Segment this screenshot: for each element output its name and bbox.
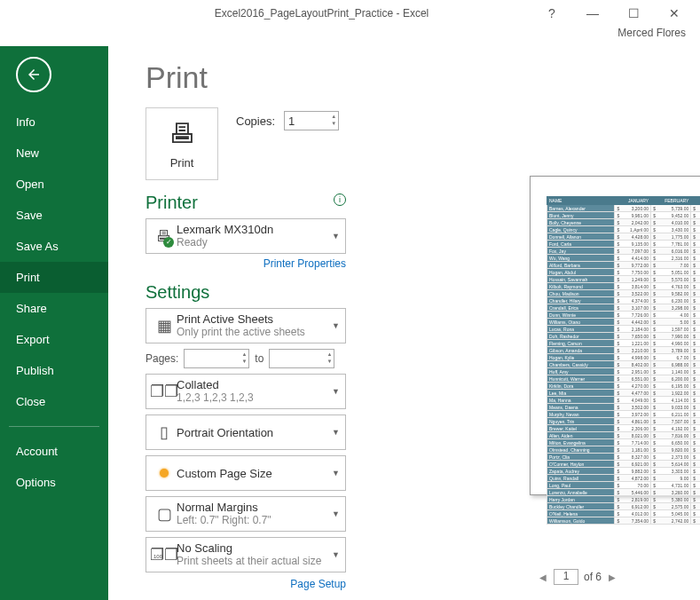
chevron-down-icon[interactable]: ▼ bbox=[331, 120, 336, 127]
next-page-button[interactable]: ▶ bbox=[607, 572, 617, 582]
close-icon[interactable]: ✕ bbox=[654, 1, 695, 26]
printer-properties-link[interactable]: Printer Properties bbox=[146, 257, 346, 270]
nav-open[interactable]: Open bbox=[0, 169, 108, 200]
nav-options[interactable]: Options bbox=[0, 467, 108, 498]
nav-share[interactable]: Share bbox=[0, 293, 108, 324]
printer-ready-icon: 🖶✓ bbox=[156, 227, 172, 246]
settings-section-header: Settings bbox=[146, 282, 351, 303]
backstage-sidebar: Info New Open Save Save As Print Share E… bbox=[0, 46, 108, 600]
printer-info-icon[interactable]: i bbox=[334, 193, 346, 206]
printer-name: Lexmark MX310dn bbox=[177, 223, 332, 236]
scaling-sub: Print sheets at their actual size bbox=[177, 555, 332, 568]
chevron-down-icon: ▼ bbox=[332, 550, 340, 559]
orientation-label: Portrait Orientation bbox=[177, 426, 332, 439]
chevron-down-icon: ▼ bbox=[332, 469, 340, 478]
back-button[interactable] bbox=[16, 57, 51, 92]
print-what-selector[interactable]: ▦ Print Active Sheets Only print the act… bbox=[146, 308, 346, 343]
print-button[interactable]: 🖶 Print bbox=[146, 107, 218, 180]
user-name[interactable]: Merced Flores bbox=[0, 27, 700, 46]
chevron-up-icon[interactable]: ▲ bbox=[331, 113, 336, 120]
maximize-icon[interactable]: ☐ bbox=[613, 1, 654, 26]
collation-label: Collated bbox=[177, 378, 332, 391]
pages-label: Pages: bbox=[146, 352, 178, 365]
prev-page-button[interactable]: ◀ bbox=[538, 572, 548, 582]
printer-selector[interactable]: 🖶✓ Lexmark MX310dn Ready ▼ bbox=[146, 218, 346, 254]
printer-status-text: Ready bbox=[177, 236, 332, 249]
nav-save[interactable]: Save bbox=[0, 200, 108, 231]
copies-label: Copies: bbox=[236, 114, 275, 128]
titlebar: Excel2016_PageLayoutPrint_Practice - Exc… bbox=[0, 0, 700, 27]
minimize-icon[interactable]: — bbox=[572, 1, 613, 26]
print-preview: NAMEJANUARYFEBRUARYMARCHAPRILBarnes, Ale… bbox=[502, 54, 700, 564]
page-total: of 6 bbox=[584, 571, 602, 583]
copies-stepper[interactable]: 1 ▲▼ bbox=[284, 111, 339, 130]
chevron-down-icon: ▼ bbox=[332, 428, 340, 437]
margins-icon: ▢ bbox=[152, 504, 177, 524]
nav-new[interactable]: New bbox=[0, 138, 108, 169]
print-button-label: Print bbox=[170, 156, 194, 170]
pages-from-stepper[interactable]: ▲▼ bbox=[184, 349, 249, 368]
scaling-label: No Scaling bbox=[177, 541, 332, 555]
margins-selector[interactable]: ▢ Normal Margins Left: 0.7" Right: 0.7" … bbox=[146, 496, 346, 532]
custom-size-icon bbox=[152, 469, 177, 478]
scaling-icon: ❐❐100 bbox=[152, 550, 177, 559]
printer-icon: 🖶 bbox=[169, 119, 195, 149]
copies-value: 1 bbox=[288, 114, 295, 128]
pages-to-stepper[interactable]: ▲▼ bbox=[269, 349, 334, 368]
nav-close[interactable]: Close bbox=[0, 386, 108, 417]
chevron-down-icon: ▼ bbox=[332, 509, 340, 518]
margins-sub: Left: 0.7" Right: 0.7" bbox=[177, 514, 332, 527]
help-icon[interactable]: ? bbox=[531, 1, 572, 26]
print-what-sub: Only print the active sheets bbox=[177, 326, 332, 339]
collated-icon: ❐❐ bbox=[152, 382, 177, 401]
sheets-icon: ▦ bbox=[152, 316, 177, 336]
page-size-selector[interactable]: Custom Page Size ▼ bbox=[146, 455, 346, 491]
nav-info[interactable]: Info bbox=[0, 107, 108, 138]
nav-saveas[interactable]: Save As bbox=[0, 231, 108, 262]
window-title: Excel2016_PageLayoutPrint_Practice - Exc… bbox=[112, 7, 531, 20]
preview-sheet: NAMEJANUARYFEBRUARYMARCHAPRILBarnes, Ale… bbox=[530, 176, 700, 495]
collation-selector[interactable]: ❐❐ Collated 1,2,3 1,2,3 1,2,3 ▼ bbox=[146, 374, 346, 409]
chevron-down-icon: ▼ bbox=[332, 232, 340, 241]
preview-table: NAMEJANUARYFEBRUARYMARCHAPRILBarnes, Ale… bbox=[547, 196, 700, 525]
pages-to-label: to bbox=[255, 352, 263, 365]
print-what-label: Print Active Sheets bbox=[177, 312, 332, 326]
margins-label: Normal Margins bbox=[177, 501, 332, 514]
page-number-input[interactable]: 1 bbox=[554, 569, 578, 585]
page-size-label: Custom Page Size bbox=[177, 467, 332, 480]
page-setup-link[interactable]: Page Setup bbox=[146, 578, 346, 590]
nav-publish[interactable]: Publish bbox=[0, 355, 108, 386]
orientation-selector[interactable]: ▯ Portrait Orientation ▼ bbox=[146, 414, 346, 450]
printer-section-header: Printer bbox=[146, 193, 198, 213]
nav-export[interactable]: Export bbox=[0, 324, 108, 355]
portrait-icon: ▯ bbox=[152, 422, 177, 442]
nav-account[interactable]: Account bbox=[0, 436, 108, 467]
nav-print[interactable]: Print bbox=[0, 262, 108, 293]
chevron-down-icon: ▼ bbox=[332, 321, 340, 330]
scaling-selector[interactable]: ❐❐100 No Scaling Print sheets at their a… bbox=[146, 537, 346, 572]
collation-sub: 1,2,3 1,2,3 1,2,3 bbox=[177, 391, 332, 405]
chevron-down-icon: ▼ bbox=[332, 387, 340, 396]
